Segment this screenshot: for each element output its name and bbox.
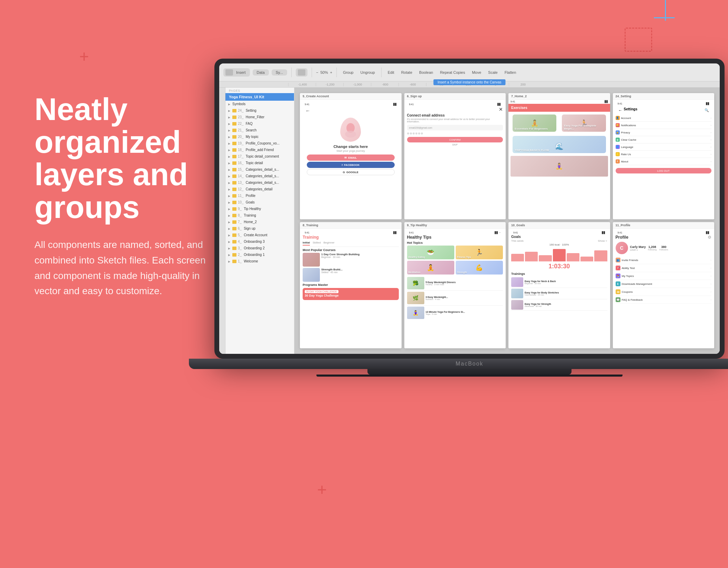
sidebar-layer-11[interactable]: ▶ 11_ Profile <box>225 192 294 199</box>
status-bar: 9:41 ▊▊ <box>407 102 503 107</box>
toolbar-insert-btn[interactable] <box>225 69 233 76</box>
toolbar-insert-label[interactable]: Insert <box>234 70 248 74</box>
goals-item2[interactable]: Easy Yoga for Body Stretches Intermediat… <box>511 288 607 299</box>
toolbar-data-group[interactable]: Data <box>253 69 269 76</box>
sidebar-layer-5[interactable]: ▶ 5_ Create Account <box>225 232 294 238</box>
sidebar-layer-21[interactable]: ▶ 21_ Search <box>225 127 294 133</box>
profile-menu-ability[interactable]: 🎯 Ability Test › <box>616 264 712 272</box>
toolbar-move-label[interactable]: Move <box>470 70 483 74</box>
training-card2-title: Strength Build... <box>321 268 399 271</box>
toolbar-scale-label[interactable]: Scale <box>486 70 500 74</box>
profile-title: Profile <box>616 235 628 240</box>
tip-card2-label: Fitness Tips <box>457 256 471 258</box>
goals-item3[interactable]: Easy Yoga for Strength Advanced · 30 min <box>511 299 607 311</box>
sidebar-layer-4[interactable]: ▶ 4_ Onboarding 3 <box>225 238 294 245</box>
sidebar-layer-7[interactable]: ▶ 7_ Home_2 <box>225 219 294 225</box>
sidebar-layer-17[interactable]: ▶ 17_ Topic detail_comment <box>225 153 294 160</box>
logout-btn[interactable]: LOG OUT <box>616 168 712 173</box>
setting-account[interactable]: 👤 Account › <box>616 114 712 122</box>
toolbar-ungroup-label[interactable]: Ungroup <box>358 70 377 74</box>
training-card2[interactable]: Strength Build... Skilled · 45 min <box>303 268 399 282</box>
sidebar-layer-14[interactable]: ▶ 14_ Categories_detail_s... <box>225 173 294 179</box>
sidebar-layer-20[interactable]: ▶ 20_ My topic <box>225 133 294 140</box>
sidebar-layer-24[interactable]: ▶ 24_ Setting <box>225 107 294 114</box>
bar-wed <box>539 255 552 261</box>
toolbar-edit-label[interactable]: Edit <box>386 70 396 74</box>
programs-section: Programs Master <box>303 283 399 287</box>
confirm-btn[interactable]: CONFIRM <box>407 137 503 142</box>
sidebar-layer-1[interactable]: ▶ 1_ Welcome <box>225 258 294 265</box>
sidebar-layer-22[interactable]: ▶ 22_ FAQ <box>225 120 294 127</box>
sidebar-layer-15[interactable]: ▶ 15_ Categories_detail_s... <box>225 166 294 173</box>
screen-content-profile: 9:41 ▊▊ Profile ⚙ C <box>613 229 715 348</box>
search-icon[interactable]: 🔍 <box>705 108 709 112</box>
tab-skilled[interactable]: Skilled <box>313 241 321 246</box>
ruler-mark: -600 <box>398 83 426 86</box>
toolbar-rotate-label[interactable]: Rotate <box>399 70 414 74</box>
toolbar-boolean-label[interactable]: Boolean <box>417 70 435 74</box>
profile-menu-invite[interactable]: 👥 Invite Friends › <box>616 256 712 264</box>
setting-notifications[interactable]: 🔔 Notifications › <box>616 122 712 129</box>
toolbar-tool-btn[interactable] <box>298 69 305 76</box>
home2-card3[interactable]: 🌊 TRIPYOGA BASICS FLOW <box>513 136 606 153</box>
folder-icon <box>232 168 236 171</box>
training-card1[interactable]: 1 Day Core Strength Building Beginner · … <box>303 253 399 267</box>
email-input[interactable]: email239@gmail.com <box>407 125 503 130</box>
profile-menu-coupons[interactable]: 🎟 Coupons › <box>616 288 712 296</box>
goals-training-section: Trainings <box>511 272 607 276</box>
toolbar-repeat-label[interactable]: Repeat Copies <box>438 70 467 74</box>
setting-language[interactable]: 🌐 Language › <box>616 143 712 151</box>
profile-menu-downloads[interactable]: ⬇ Downloads Management › <box>616 280 712 288</box>
toolbar-sym-label[interactable]: Sy... <box>274 70 285 74</box>
sidebar-layer-18[interactable]: ▶ 18_ Profile_add Friend <box>225 147 294 153</box>
profile-menu-topics[interactable]: 📚 My Topics › <box>616 272 712 280</box>
toolbar-zoom-plus[interactable]: + <box>330 70 332 74</box>
toolbar-insert-group[interactable]: Insert <box>223 68 250 77</box>
google-icon: G <box>343 171 345 174</box>
toolbar-group-label[interactable]: Group <box>341 70 356 74</box>
tab-beginner[interactable]: Beginner <box>323 241 334 246</box>
tip-card2[interactable]: 🏃 Fitness Tips <box>456 246 503 259</box>
toolbar-tool-group[interactable] <box>296 68 307 77</box>
toolbar-sym-group[interactable]: Sy... <box>272 69 287 76</box>
sidebar-page-active[interactable]: Yoga Fitness_UI Kit <box>225 93 294 101</box>
setting-rate[interactable]: ⭐ Rate Us › <box>616 151 712 158</box>
tip-card1[interactable]: 🥗 Healthy Eating <box>407 246 454 259</box>
setting-cache[interactable]: 🗑 Clear Cache › <box>616 136 712 143</box>
ca-google-btn[interactable]: G GOOGLE <box>307 169 395 175</box>
password-dots <box>407 131 503 136</box>
sidebar-layer-9[interactable]: ▶ 9_ Tip Healthy <box>225 206 294 212</box>
sidebar-layer-19[interactable]: ▶ 19_ Profile_Coupons_vo... <box>225 140 294 147</box>
setting-about[interactable]: ℹ About › <box>616 158 712 165</box>
toolbar-flatten-label[interactable]: Flatten <box>503 70 518 74</box>
tip-card3[interactable]: 🧘 Meditation <box>407 261 454 275</box>
sidebar-layer-2[interactable]: ▶ 2_ Onboarding 1 <box>225 251 294 258</box>
phone-setting: 9:41 ▊▊ ← Settings 🔍 <box>613 100 715 219</box>
tab-initial[interactable]: Initial <box>303 241 310 246</box>
sidebar-symbols-item[interactable]: ▶ Symbols <box>225 101 294 107</box>
sidebar-layer-12[interactable]: ▶ 12_ Categories_detail <box>225 186 294 192</box>
toolbar-zoom[interactable]: − 50% + <box>316 70 332 74</box>
sidebar-layer-10[interactable]: ▶ 10_ Goals <box>225 199 294 206</box>
folder-icon <box>232 109 236 112</box>
setting-privacy[interactable]: 🔒 Privacy › <box>616 129 712 136</box>
skip-btn[interactable]: SKIP <box>407 143 503 146</box>
sidebar-layer-16[interactable]: ▶ 16_ Topic detail <box>225 160 294 166</box>
rate-icon: ⭐ <box>616 152 620 156</box>
sidebar-layer-3[interactable]: ▶ 3_ Onboarding 2 <box>225 245 294 251</box>
sidebar-layer-6[interactable]: ▶ 6_ Sign up <box>225 225 294 232</box>
sidebar-layer-23[interactable]: ▶ 23_ Home_Filter <box>225 114 294 120</box>
tip-card4[interactable]: 💪 Strength <box>456 261 503 275</box>
ca-facebook-btn[interactable]: f FACEBOOK <box>307 162 395 168</box>
home2-card2[interactable]: 🏃 Easy Yoga For Complete Begin... <box>562 114 606 132</box>
close-btn[interactable]: ✕ <box>407 107 503 112</box>
gear-icon[interactable]: ⚙ <box>708 235 711 240</box>
ca-email-btn[interactable]: ✉ EMAIL <box>307 155 395 161</box>
home2-card1[interactable]: 🧘 Essentials For Beginners <box>513 114 556 132</box>
sidebar-layer-13[interactable]: ▶ 13_ Categories_detail_s... <box>225 179 294 186</box>
profile-menu-faq[interactable]: 💬 FAQ & Feedback › <box>616 296 712 304</box>
toolbar-zoom-minus[interactable]: − <box>316 70 318 74</box>
sidebar-layer-8[interactable]: ▶ 8_ Training <box>225 212 294 219</box>
toolbar-data-label[interactable]: Data <box>255 70 267 74</box>
goals-item1[interactable]: Easy Yoga for Neck & Back Beginner · 20 … <box>511 277 607 288</box>
